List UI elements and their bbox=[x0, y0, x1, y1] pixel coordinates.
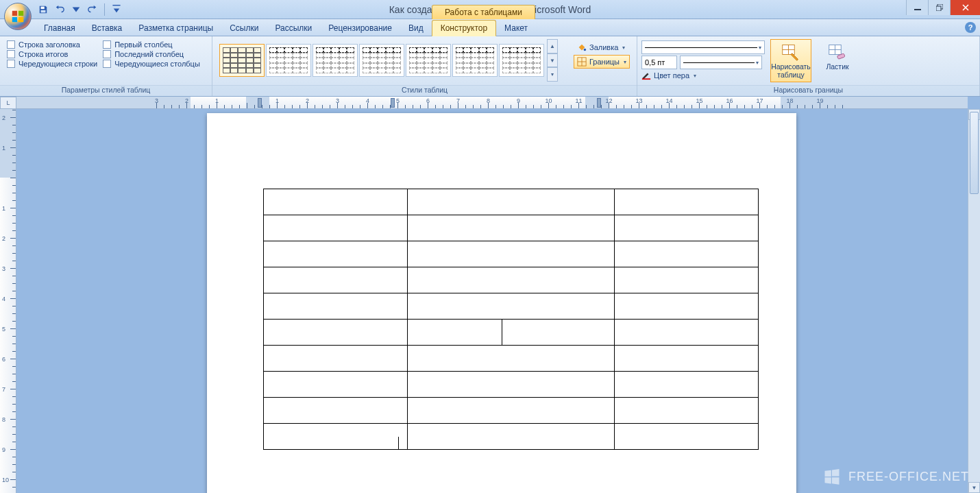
eraser-icon bbox=[828, 43, 847, 62]
redo-button[interactable] bbox=[85, 2, 100, 17]
qat-customize-button[interactable] bbox=[109, 2, 124, 17]
document-viewport[interactable] bbox=[16, 109, 968, 493]
svg-rect-0 bbox=[12, 11, 17, 16]
gallery-down-button[interactable]: ▼ bbox=[547, 53, 558, 68]
gallery-scroll: ▲ ▼ ▾ bbox=[547, 39, 558, 82]
qat-separator bbox=[104, 3, 105, 16]
ruler-corner[interactable]: L bbox=[0, 97, 16, 109]
chk-label: Чередующиеся строки bbox=[19, 60, 97, 68]
draw-table-icon bbox=[781, 43, 800, 62]
help-button[interactable]: ? bbox=[965, 22, 976, 33]
tab-mailings[interactable]: Рассылки bbox=[267, 21, 320, 36]
chk-banded-rows[interactable]: Чередующиеся строки bbox=[7, 60, 97, 68]
document-page bbox=[207, 113, 796, 493]
table-row[interactable] bbox=[264, 424, 759, 450]
chk-banded-columns[interactable]: Чередующиеся столбцы bbox=[103, 60, 200, 68]
svg-rect-9 bbox=[936, 6, 941, 11]
tab-design[interactable]: Конструктор bbox=[432, 20, 496, 36]
svg-rect-14 bbox=[642, 78, 650, 80]
shading-button[interactable]: Заливка bbox=[574, 40, 630, 54]
gallery-up-button[interactable]: ▲ bbox=[547, 39, 558, 53]
draw-table-label: Нарисовать таблицу bbox=[771, 63, 811, 79]
table-row[interactable] bbox=[264, 189, 759, 215]
tab-layout[interactable]: Макет bbox=[496, 21, 536, 36]
window-controls bbox=[906, 0, 980, 15]
pen-color-button[interactable]: Цвет пера bbox=[641, 71, 765, 80]
svg-rect-2 bbox=[12, 17, 17, 22]
table-row[interactable] bbox=[264, 346, 759, 372]
table-style-thumb[interactable] bbox=[266, 44, 311, 77]
tab-page-layout[interactable]: Разметка страницы bbox=[130, 21, 221, 36]
svg-rect-5 bbox=[41, 10, 46, 12]
vertical-scrollbar[interactable]: ▲ ▼ bbox=[968, 109, 980, 493]
office-button[interactable] bbox=[4, 3, 32, 30]
shading-label: Заливка bbox=[589, 43, 618, 51]
table-style-thumb[interactable] bbox=[452, 44, 498, 77]
tab-insert[interactable]: Вставка bbox=[84, 21, 131, 36]
watermark-text: FREE-OFFICE.NET bbox=[848, 470, 969, 484]
contextual-tab-label: Работа с таблицами bbox=[432, 5, 535, 19]
close-icon bbox=[962, 4, 969, 11]
pen-weight-selector[interactable] bbox=[680, 56, 762, 69]
minimize-icon bbox=[914, 4, 921, 11]
tab-view[interactable]: Вид bbox=[400, 21, 432, 36]
svg-rect-7 bbox=[914, 9, 921, 10]
chevron-down-icon bbox=[71, 5, 81, 14]
table-styles-gallery: ▲ ▼ ▾ bbox=[217, 39, 571, 82]
group-label: Параметры стилей таблиц bbox=[0, 85, 212, 96]
chk-last-column[interactable]: Последний столбец bbox=[103, 50, 200, 58]
close-button[interactable] bbox=[950, 0, 980, 15]
table-style-thumb[interactable] bbox=[313, 44, 358, 77]
table-style-thumb[interactable] bbox=[499, 44, 544, 77]
eraser-button[interactable]: Ластик bbox=[817, 39, 858, 75]
chk-label: Чередующиеся столбцы bbox=[114, 60, 200, 68]
chk-label: Последний столбец bbox=[114, 50, 184, 58]
line-style-selector[interactable] bbox=[641, 40, 765, 54]
redo-icon bbox=[88, 5, 97, 14]
title-bar: Как создать таблицу в Ворде - Microsoft … bbox=[0, 0, 980, 19]
chk-header-row[interactable]: Строка заголовка bbox=[7, 40, 97, 49]
table-style-thumb[interactable] bbox=[406, 44, 451, 77]
undo-button[interactable] bbox=[52, 2, 67, 17]
tab-review[interactable]: Рецензирование bbox=[320, 21, 400, 36]
save-icon bbox=[38, 5, 48, 14]
chk-first-column[interactable]: Первый столбец bbox=[103, 40, 200, 49]
scroll-thumb[interactable] bbox=[970, 112, 979, 194]
table-row[interactable] bbox=[264, 215, 759, 241]
column-marker[interactable] bbox=[391, 98, 395, 108]
undo-more-button[interactable] bbox=[69, 2, 84, 17]
office-logo-icon bbox=[10, 9, 25, 24]
vertical-ruler[interactable]: 211234567891011 bbox=[0, 109, 16, 493]
gallery-more-button[interactable]: ▾ bbox=[547, 67, 558, 82]
group-draw-borders: 0,5 пт Цвет пера Нарисовать таблицу Ласт… bbox=[637, 36, 980, 96]
save-button[interactable] bbox=[36, 2, 51, 17]
quick-access-toolbar bbox=[36, 2, 124, 17]
svg-rect-6 bbox=[112, 5, 120, 5]
windows-icon bbox=[822, 467, 842, 486]
group-table-styles: ▲ ▼ ▾ Заливка Границы Стили таблиц bbox=[212, 36, 637, 96]
table-row[interactable] bbox=[264, 398, 759, 424]
svg-rect-4 bbox=[41, 6, 45, 9]
document-table[interactable] bbox=[263, 189, 759, 450]
borders-button[interactable]: Границы bbox=[574, 55, 630, 69]
horizontal-ruler[interactable]: 32112345678910111213141516171819 bbox=[16, 97, 968, 109]
svg-rect-1 bbox=[19, 11, 23, 16]
tab-references[interactable]: Ссылки bbox=[221, 21, 267, 36]
table-row[interactable] bbox=[264, 267, 759, 293]
table-style-thumb[interactable] bbox=[359, 44, 404, 77]
restore-button[interactable] bbox=[928, 0, 950, 15]
table-row[interactable] bbox=[264, 293, 759, 320]
scroll-down-button[interactable]: ▼ bbox=[968, 482, 980, 493]
chevron-down-icon bbox=[112, 5, 121, 14]
text-cursor bbox=[398, 437, 399, 449]
table-row[interactable] bbox=[264, 372, 759, 398]
minimize-button[interactable] bbox=[906, 0, 928, 15]
table-row[interactable] bbox=[264, 241, 759, 267]
chk-total-row[interactable]: Строка итогов bbox=[7, 50, 97, 58]
tab-home[interactable]: Главная bbox=[36, 21, 84, 36]
pen-weight-value[interactable]: 0,5 пт bbox=[641, 56, 677, 69]
draw-table-button[interactable]: Нарисовать таблицу bbox=[770, 39, 811, 82]
group-label: Стили таблиц bbox=[212, 85, 637, 96]
table-style-thumb[interactable] bbox=[219, 44, 265, 77]
table-row[interactable] bbox=[264, 320, 759, 346]
